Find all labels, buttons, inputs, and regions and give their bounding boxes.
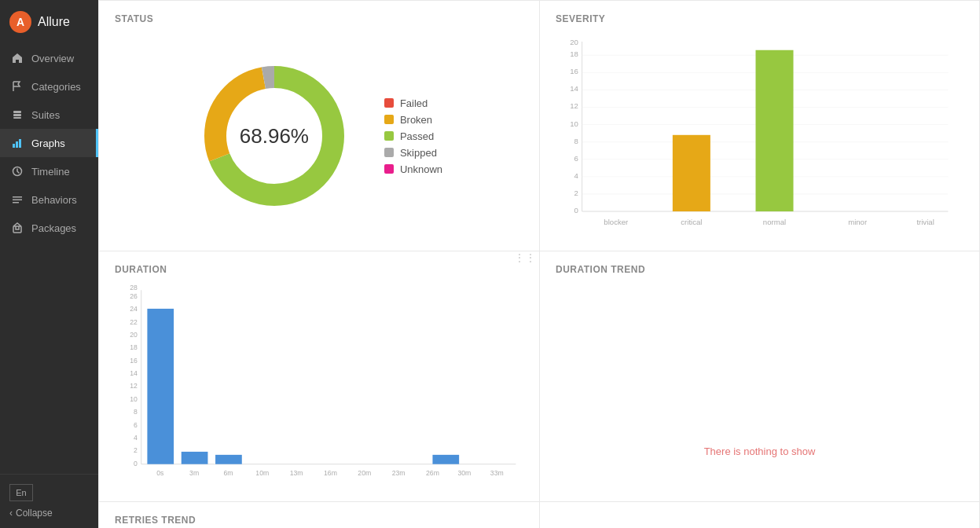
status-card: STATUS 68.96% — [98, 0, 539, 251]
svg-text:26: 26 — [130, 292, 138, 300]
svg-rect-63 — [432, 455, 459, 464]
unknown-label: Unknown — [400, 163, 442, 175]
svg-rect-8 — [13, 200, 22, 201]
top-row: STATUS 68.96% — [98, 0, 980, 251]
sidebar-bottom: En ‹ Collapse — [0, 474, 98, 528]
sidebar-item-categories-label: Categories — [31, 81, 81, 93]
broken-dot — [384, 115, 394, 124]
svg-rect-2 — [13, 117, 21, 119]
third-row-right — [539, 502, 980, 528]
duration-trend-empty: There is nothing to show — [688, 430, 831, 473]
failed-label: Failed — [400, 97, 428, 109]
sidebar-item-timeline-label: Timeline — [31, 166, 70, 178]
language-button[interactable]: En — [9, 484, 33, 501]
third-row: RETRIES TREND — [98, 502, 980, 528]
legend-unknown: Unknown — [384, 163, 442, 175]
svg-text:8: 8 — [134, 408, 138, 416]
svg-text:18: 18 — [570, 50, 578, 58]
sidebar-item-overview-label: Overview — [31, 53, 74, 64]
svg-text:4: 4 — [574, 171, 578, 180]
svg-rect-60 — [147, 309, 174, 464]
failed-dot — [384, 98, 394, 108]
svg-text:4: 4 — [134, 434, 138, 442]
svg-text:normal: normal — [763, 218, 786, 226]
svg-rect-5 — [19, 139, 21, 148]
app-name: Allure — [38, 15, 70, 29]
svg-text:blocker: blocker — [604, 218, 629, 226]
svg-rect-62 — [215, 455, 242, 464]
svg-text:10m: 10m — [255, 469, 269, 477]
skipped-label: Skipped — [400, 147, 437, 159]
allure-logo-icon: A — [9, 11, 31, 33]
sidebar-nav: Overview Categories Suites — [0, 44, 98, 474]
home-icon — [11, 52, 24, 64]
svg-text:14: 14 — [130, 369, 138, 377]
sidebar-item-categories[interactable]: Categories — [0, 72, 98, 101]
sidebar-item-behaviors-label: Behaviors — [31, 194, 77, 206]
status-content: 68.96% Failed Broken Passed — [115, 34, 523, 238]
duration-chart-container: 0 2 4 6 8 10 12 14 16 18 20 22 24 26 28 — [115, 284, 523, 489]
collapse-button[interactable]: ‹ Collapse — [9, 508, 89, 519]
donut-percentage: 68.96% — [240, 124, 309, 148]
svg-text:26m: 26m — [426, 469, 439, 477]
severity-svg: 0 2 4 6 8 10 12 14 16 18 20 — [556, 34, 956, 238]
svg-rect-37 — [756, 50, 794, 211]
svg-text:0: 0 — [574, 206, 578, 214]
svg-rect-0 — [13, 111, 21, 113]
severity-chart-container: 0 2 4 6 8 10 12 14 16 18 20 — [556, 34, 963, 238]
svg-text:18: 18 — [130, 343, 138, 351]
svg-text:8: 8 — [574, 137, 578, 145]
duration-trend-empty-prefix: There is — [704, 446, 744, 457]
svg-rect-4 — [16, 141, 18, 148]
severity-title: SEVERITY — [556, 13, 963, 24]
passed-label: Passed — [400, 130, 434, 142]
retries-trend-title: RETRIES TREND — [115, 515, 523, 526]
svg-text:10: 10 — [130, 395, 138, 403]
svg-rect-9 — [13, 202, 19, 204]
duration-title: DURATION — [115, 264, 523, 275]
svg-text:14: 14 — [570, 84, 578, 93]
passed-dot — [384, 131, 394, 141]
sidebar-item-graphs-label: Graphs — [31, 138, 65, 149]
legend-failed: Failed — [384, 97, 442, 109]
duration-svg: 0 2 4 6 8 10 12 14 16 18 20 22 24 26 28 — [115, 284, 523, 489]
svg-rect-7 — [13, 196, 22, 198]
sidebar-item-graphs[interactable]: Graphs — [0, 129, 98, 157]
duration-trend-content: There is nothing to show — [556, 284, 963, 489]
svg-text:12: 12 — [130, 382, 138, 390]
svg-rect-1 — [13, 114, 21, 116]
legend-broken: Broken — [384, 114, 442, 126]
sidebar-item-timeline[interactable]: Timeline — [0, 157, 98, 185]
clock-icon — [11, 165, 24, 178]
svg-text:minor: minor — [848, 218, 868, 226]
svg-text:20: 20 — [570, 38, 578, 46]
sidebar-item-behaviors[interactable]: Behaviors — [0, 185, 98, 214]
duration-trend-card: DURATION TREND There is nothing to show — [539, 251, 980, 502]
sidebar-item-suites-label: Suites — [31, 109, 60, 121]
svg-text:3m: 3m — [189, 469, 199, 477]
legend-skipped: Skipped — [384, 147, 442, 159]
duration-trend-empty-suffix: to show — [780, 446, 816, 457]
svg-text:0s: 0s — [156, 469, 164, 477]
svg-text:10: 10 — [570, 119, 578, 128]
unknown-dot — [384, 164, 394, 174]
svg-text:trivial: trivial — [916, 218, 934, 226]
donut-chart: 68.96% — [196, 57, 353, 214]
svg-text:13m: 13m — [290, 469, 303, 477]
sidebar-item-overview[interactable]: Overview — [0, 44, 98, 72]
flag-icon — [11, 80, 24, 93]
duration-trend-title: DURATION TREND — [556, 264, 963, 275]
layers-icon — [11, 108, 24, 121]
sidebar-item-packages[interactable]: Packages — [0, 214, 98, 242]
sidebar-item-suites[interactable]: Suites — [0, 101, 98, 129]
main-content: STATUS 68.96% — [98, 0, 980, 528]
svg-text:6: 6 — [574, 154, 578, 163]
drag-handle-icon[interactable]: ⋮⋮ — [514, 251, 536, 264]
svg-text:16: 16 — [570, 67, 578, 75]
bottom-row: DURATION ⋮⋮ 0 2 4 6 8 10 12 14 16 18 — [98, 251, 980, 502]
svg-text:22: 22 — [130, 318, 138, 326]
svg-text:23m: 23m — [392, 469, 406, 477]
svg-text:16: 16 — [130, 357, 138, 365]
legend-passed: Passed — [384, 130, 442, 142]
chevron-left-icon: ‹ — [9, 508, 13, 519]
